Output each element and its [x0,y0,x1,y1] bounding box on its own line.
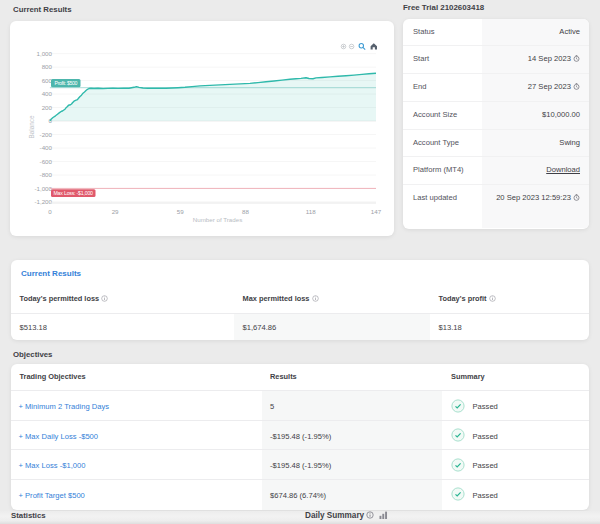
svg-text:Number of Trades: Number of Trades [193,216,243,223]
svg-text:59: 59 [177,208,184,215]
svg-text:800: 800 [42,63,53,70]
svg-text:-1,200: -1,200 [34,198,52,205]
svg-text:200: 200 [42,104,53,111]
svg-text:-200: -200 [40,131,53,138]
svg-text:400: 400 [42,90,53,97]
svg-text:Profit: $500: Profit: $500 [55,80,78,86]
svg-text:Balance: Balance [28,115,35,139]
svg-text:-1,000: -1,000 [34,185,52,192]
svg-text:-800: -800 [40,171,53,178]
svg-text:88: 88 [242,208,249,215]
svg-text:118: 118 [306,208,316,215]
svg-text:0: 0 [48,208,52,215]
svg-text:29: 29 [112,208,119,215]
svg-text:147: 147 [371,208,382,215]
svg-text:-400: -400 [40,144,53,151]
svg-text:Max Loss: -$1,000: Max Loss: -$1,000 [54,190,94,196]
svg-text:-600: -600 [40,158,53,165]
svg-text:1,000: 1,000 [37,50,53,57]
svg-text:600: 600 [42,77,53,84]
